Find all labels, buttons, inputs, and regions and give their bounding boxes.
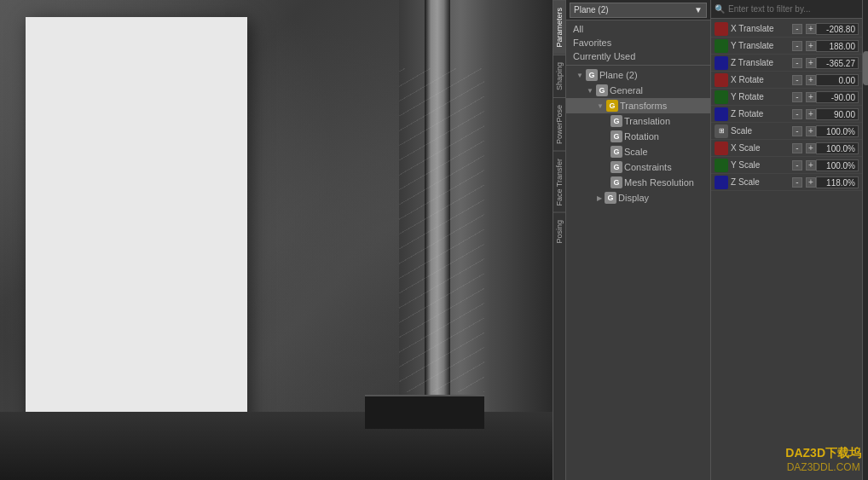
prop-value[interactable]: -90.00	[816, 91, 859, 103]
prop-value[interactable]: 90.00	[816, 108, 859, 120]
scrollbar[interactable]	[862, 0, 868, 480]
prop-controls: -+	[792, 109, 816, 119]
prop-row: X Scale-+100.0%	[711, 140, 862, 157]
prop-value[interactable]: -208.80	[816, 23, 859, 35]
prop-row: X Translate-+-208.80	[711, 20, 862, 38]
prop-plus-btn[interactable]: +	[806, 41, 816, 51]
prop-plus-btn[interactable]: +	[806, 58, 816, 68]
nav-favorites[interactable]: Favorites	[566, 36, 710, 49]
prop-label: Y Scale	[731, 160, 792, 170]
prop-row: Y Rotate-+-90.00	[711, 89, 862, 106]
prop-minus-btn[interactable]: -	[792, 177, 802, 188]
tree-node-plane[interactable]: ▼ G Plane (2)	[566, 67, 710, 83]
nav-currently-used[interactable]: Currently Used	[566, 49, 710, 63]
prop-controls: -+	[792, 92, 816, 102]
prop-plus-btn[interactable]: +	[806, 75, 816, 85]
search-bar: 🔍	[711, 0, 862, 19]
prop-label: Z Rotate	[731, 109, 792, 119]
tree-node-mesh-resolution[interactable]: G Mesh Resolution	[566, 175, 710, 190]
node-icon: G	[586, 69, 598, 81]
prop-icon	[715, 39, 728, 53]
nav-all[interactable]: All	[566, 22, 710, 36]
tree-header: Plane (2) ▼	[566, 0, 710, 20]
prop-value[interactable]: 0.00	[816, 74, 859, 86]
props-list: X Translate-+-208.80Y Translate-+188.00Z…	[711, 19, 862, 480]
scrollbar-thumb[interactable]	[863, 51, 868, 85]
prop-value[interactable]: 118.0%	[816, 176, 859, 188]
prop-minus-btn[interactable]: -	[792, 58, 802, 68]
node-label: Mesh Resolution	[624, 177, 694, 188]
prop-row: Y Translate-+188.00	[711, 38, 862, 55]
prop-row: ⊞Scale-+100.0%	[711, 123, 862, 140]
prop-minus-btn[interactable]: -	[792, 24, 802, 34]
prop-minus-btn[interactable]: -	[792, 160, 802, 171]
prop-minus-btn[interactable]: -	[792, 109, 802, 119]
tree-node-rotation[interactable]: G Rotation	[566, 129, 710, 144]
node-icon: G	[610, 146, 622, 158]
prop-label: Y Translate	[731, 41, 792, 50]
prop-plus-btn[interactable]: +	[806, 109, 816, 119]
prop-controls: -+	[792, 143, 816, 153]
node-icon: G	[596, 84, 608, 96]
prop-icon	[715, 56, 728, 70]
props-panel: 🔍 X Translate-+-208.80Y Translate-+188.0…	[711, 0, 862, 480]
right-panel: Plane (2) ▼ All Favorites Currently Used…	[566, 0, 868, 480]
dropdown-arrow: ▼	[694, 5, 703, 14]
prop-value[interactable]: 100.0%	[816, 159, 859, 171]
prop-label: Z Translate	[731, 58, 792, 67]
prop-minus-btn[interactable]: -	[792, 41, 802, 51]
tree-node-general[interactable]: ▼ G General	[566, 83, 710, 98]
prop-minus-btn[interactable]: -	[792, 92, 802, 102]
tree-node-transforms[interactable]: ▼ G Transforms	[566, 98, 710, 113]
tree-node-constraints[interactable]: G Constraints	[566, 159, 710, 175]
prop-plus-btn[interactable]: +	[806, 143, 816, 153]
prop-icon	[715, 73, 728, 87]
tab-shaping[interactable]: Shaping	[553, 55, 565, 97]
tab-facetransfer[interactable]: Face Transfer	[553, 151, 565, 213]
prop-row: Z Scale-+118.0%	[711, 174, 862, 191]
prop-icon	[715, 142, 728, 155]
prop-controls: -+	[792, 75, 816, 85]
prop-value[interactable]: 100.0%	[816, 125, 859, 137]
tab-parameters[interactable]: Parameters	[553, 0, 565, 55]
prop-row: X Rotate-+0.00	[711, 72, 862, 89]
prop-icon	[715, 90, 728, 104]
prop-minus-btn[interactable]: -	[792, 126, 802, 136]
white-plane	[26, 17, 247, 435]
prop-label: Y Rotate	[731, 92, 792, 101]
search-input[interactable]	[728, 4, 859, 14]
node-icon: G	[606, 100, 618, 112]
plane-dropdown[interactable]: Plane (2) ▼	[570, 3, 707, 18]
prop-minus-btn[interactable]: -	[792, 75, 802, 85]
prop-value[interactable]: 100.0%	[816, 142, 859, 154]
tree-node-display[interactable]: ▶ G Display	[566, 190, 710, 205]
prop-controls: -+	[792, 41, 816, 51]
prop-controls: -+	[792, 177, 816, 188]
prop-row: Z Translate-+-365.27	[711, 55, 862, 72]
prop-plus-btn[interactable]: +	[806, 177, 816, 188]
node-label: Constraints	[624, 162, 672, 172]
node-icon: G	[610, 176, 622, 188]
prop-plus-btn[interactable]: +	[806, 160, 816, 171]
prop-value[interactable]: 188.00	[816, 40, 859, 52]
node-label: General	[610, 85, 643, 95]
prop-plus-btn[interactable]: +	[806, 92, 816, 102]
dropdown-label: Plane (2)	[574, 5, 609, 14]
prop-icon	[715, 176, 728, 189]
node-label: Scale	[624, 147, 648, 157]
tree-nav: All Favorites Currently Used	[566, 20, 710, 66]
tab-posing[interactable]: Posing	[553, 212, 565, 251]
prop-plus-btn[interactable]: +	[806, 24, 816, 34]
tab-powerpose[interactable]: PowerPose	[553, 97, 565, 151]
prop-plus-btn[interactable]: +	[806, 126, 816, 136]
node-label: Transforms	[620, 101, 667, 111]
tree-node-translation[interactable]: G Translation	[566, 113, 710, 129]
prop-controls: -+	[792, 24, 816, 34]
node-icon: G	[610, 161, 622, 173]
node-label: Rotation	[624, 131, 659, 142]
prop-value[interactable]: -365.27	[816, 57, 859, 69]
tree-node-scale[interactable]: G Scale	[566, 144, 710, 159]
prop-minus-btn[interactable]: -	[792, 143, 802, 153]
search-icon: 🔍	[715, 4, 725, 14]
tree-items: ▼ G Plane (2) ▼ G General ▼ G Transforms…	[566, 66, 710, 480]
